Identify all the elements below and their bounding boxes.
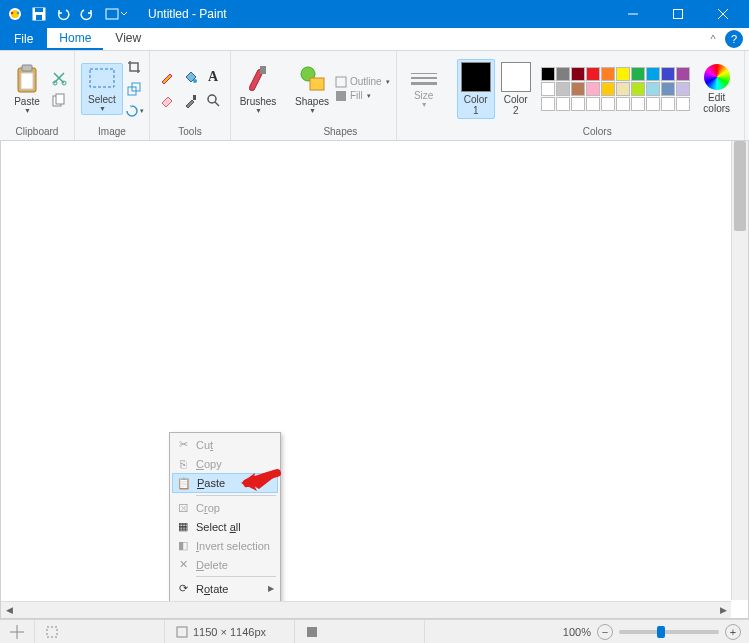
svg-rect-35 <box>177 627 187 637</box>
text-tool[interactable]: A <box>202 66 224 88</box>
color-swatch[interactable] <box>571 97 585 111</box>
rotate-icon <box>125 104 139 118</box>
horizontal-scrollbar[interactable]: ◀▶ <box>1 601 731 618</box>
vertical-scrollbar[interactable] <box>731 141 748 600</box>
pencil-icon <box>160 70 174 84</box>
color-palette <box>541 67 690 111</box>
color1-label: Color 1 <box>464 94 488 116</box>
copy-button[interactable] <box>50 91 68 109</box>
color-swatch[interactable] <box>571 82 585 96</box>
svg-rect-9 <box>673 10 682 19</box>
color-swatch[interactable] <box>556 67 570 81</box>
color-swatch[interactable] <box>676 97 690 111</box>
brushes-button[interactable]: Brushes▼ <box>237 61 279 117</box>
outline-button[interactable]: Outline▾ <box>335 76 390 88</box>
color-swatch[interactable] <box>631 97 645 111</box>
file-tab[interactable]: File <box>0 28 47 50</box>
paint3d-group: Edit with Paint 3D <box>745 51 749 140</box>
statusbar: 1150 × 1146px 100% − + <box>0 619 749 643</box>
minimize-button[interactable] <box>610 0 655 28</box>
shapes-button[interactable]: Shapes▼ <box>291 61 333 117</box>
zoom-slider[interactable] <box>619 630 719 634</box>
qat-customize[interactable] <box>100 3 130 25</box>
crop-button[interactable] <box>125 58 143 76</box>
ctx-rotate[interactable]: ⟳Rotate▶ <box>172 579 278 598</box>
color-swatch[interactable] <box>646 82 660 96</box>
color-swatch[interactable] <box>616 82 630 96</box>
color-swatch[interactable] <box>661 67 675 81</box>
color-swatch[interactable] <box>661 97 675 111</box>
color-swatch[interactable] <box>616 67 630 81</box>
color-swatch[interactable] <box>601 97 615 111</box>
svg-rect-28 <box>310 78 324 90</box>
close-button[interactable] <box>700 0 745 28</box>
color-swatch[interactable] <box>586 97 600 111</box>
cut-button[interactable] <box>50 69 68 87</box>
color-swatch[interactable] <box>631 67 645 81</box>
edit-colors-button[interactable]: Edit colors <box>696 61 738 117</box>
undo-button[interactable] <box>52 3 74 25</box>
rotate-button[interactable]: ▾ <box>125 102 143 120</box>
select-button[interactable]: Select▼ <box>81 63 123 115</box>
zoom-out-button[interactable]: − <box>597 624 613 640</box>
color-swatch[interactable] <box>586 82 600 96</box>
svg-rect-23 <box>193 95 196 100</box>
quick-access-toolbar <box>4 3 130 25</box>
color-swatch[interactable] <box>541 67 555 81</box>
color-swatch[interactable] <box>601 67 615 81</box>
canvas[interactable] <box>7 147 730 600</box>
magnifier-tool[interactable] <box>202 89 224 111</box>
size-icon <box>411 70 437 88</box>
canvas-size: 1150 × 1146px <box>165 620 295 643</box>
color-swatch[interactable] <box>541 82 555 96</box>
eyedropper-icon <box>183 93 197 107</box>
bucket-icon <box>183 70 197 84</box>
view-tab[interactable]: View <box>103 28 153 50</box>
color-swatch[interactable] <box>676 82 690 96</box>
color-swatch[interactable] <box>556 82 570 96</box>
zoom-in-button[interactable]: + <box>725 624 741 640</box>
color-swatch[interactable] <box>571 67 585 81</box>
color-swatch[interactable] <box>541 97 555 111</box>
outline-icon <box>335 76 347 88</box>
minimize-ribbon-button[interactable]: ^ <box>701 28 725 50</box>
color-swatch[interactable] <box>676 67 690 81</box>
svg-rect-26 <box>260 66 266 74</box>
color1-button[interactable]: Color 1 <box>457 59 495 119</box>
brushes-label: Brushes <box>240 96 277 107</box>
maximize-button[interactable] <box>655 0 700 28</box>
fill-button[interactable]: Fill▾ <box>335 90 371 102</box>
picker-tool[interactable] <box>179 89 201 111</box>
ctx-paste[interactable]: 📋Paste <box>172 473 278 493</box>
copy-icon: ⎘ <box>174 458 192 470</box>
fill-tool[interactable] <box>179 66 201 88</box>
colors-group-label: Colors <box>583 124 612 140</box>
size-button[interactable]: Size▼ <box>403 67 445 111</box>
color-swatch[interactable] <box>646 67 660 81</box>
color-swatch[interactable] <box>586 67 600 81</box>
color-swatch[interactable] <box>556 97 570 111</box>
context-menu: ✂Cut ⎘Copy 📋Paste ⮽Crop ▦Select all ◧Inv… <box>169 432 281 619</box>
resize-button[interactable] <box>125 80 143 98</box>
color-wheel-icon <box>704 64 730 90</box>
redo-button[interactable] <box>76 3 98 25</box>
ctx-delete: ✕Delete <box>172 555 278 574</box>
color-swatch[interactable] <box>646 97 660 111</box>
svg-rect-34 <box>47 627 57 637</box>
fill-icon <box>335 90 347 102</box>
home-tab[interactable]: Home <box>47 28 103 50</box>
ctx-select-all[interactable]: ▦Select all <box>172 517 278 536</box>
color2-button[interactable]: Color 2 <box>497 59 535 119</box>
svg-rect-18 <box>56 94 64 104</box>
save-button[interactable] <box>28 3 50 25</box>
paste-button[interactable]: Paste▼ <box>6 61 48 117</box>
pencil-tool[interactable] <box>156 66 178 88</box>
eraser-tool[interactable] <box>156 89 178 111</box>
color-swatch[interactable] <box>601 82 615 96</box>
help-button[interactable]: ? <box>725 30 743 48</box>
color-swatch[interactable] <box>631 82 645 96</box>
crosshair-icon <box>10 625 24 639</box>
color-swatch[interactable] <box>616 97 630 111</box>
color-swatch[interactable] <box>661 82 675 96</box>
cursor-position <box>0 620 35 643</box>
